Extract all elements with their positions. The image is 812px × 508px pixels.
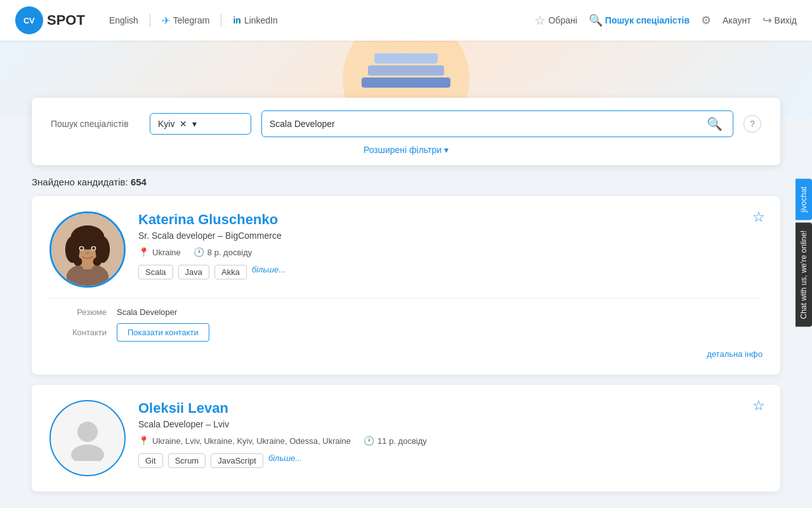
- favorite-button-2[interactable]: ☆: [752, 398, 765, 414]
- card-header-2: Oleksii Levan Scala Developer – Lviv 📍 U…: [49, 400, 763, 476]
- detail-info-link-1[interactable]: детальна інфо: [707, 349, 763, 359]
- jivochat-tab-1[interactable]: jivochat: [796, 179, 812, 220]
- search-specialists-link[interactable]: 🔍 Пошук спеціалістів: [589, 13, 690, 27]
- candidate-name-1[interactable]: Katerina Gluschenko: [138, 211, 763, 228]
- resume-value: Scala Developer: [117, 307, 177, 317]
- svg-point-17: [92, 247, 95, 250]
- nav-telegram[interactable]: ✈ Telegram: [153, 15, 219, 27]
- skill-scrum: Scrum: [168, 453, 206, 468]
- svg-point-18: [86, 252, 89, 255]
- linkedin-icon: in: [233, 15, 240, 25]
- filter-link-text: Розширені фільтри: [363, 145, 442, 155]
- card-header-1: Katerina Gluschenko Sr. Scala developer …: [49, 211, 763, 288]
- nav-linkedin[interactable]: in LinkedIn: [224, 15, 286, 25]
- location-selector[interactable]: Kyiv ✕ ▾: [150, 113, 251, 135]
- nav-divider-2: [221, 14, 221, 27]
- advanced-filters-link[interactable]: Розширені фільтри ▾: [363, 145, 449, 155]
- show-contacts-button-1[interactable]: Показати контакти: [117, 323, 209, 342]
- jivochat-widget: jivochat Chat with us, we're online!: [796, 179, 812, 329]
- filter-row: Розширені фільтри ▾: [51, 145, 761, 155]
- svg-point-9: [74, 226, 101, 243]
- candidate-title-2: Scala Developer – Lviv: [138, 419, 763, 429]
- header-right: ☆ Обрані 🔍 Пошук спеціалістів ⚙ Акаунт ↪…: [534, 13, 797, 28]
- card-info-2: Oleksii Levan Scala Developer – Lviv 📍 U…: [138, 400, 763, 468]
- clock-icon: 🕐: [193, 247, 204, 257]
- logo-icon: CV: [15, 6, 43, 34]
- location-icon: 📍: [138, 247, 149, 257]
- settings-icon: ⚙: [701, 13, 711, 27]
- search-icon: 🔍: [589, 13, 603, 27]
- star-icon: ☆: [534, 13, 546, 28]
- telegram-icon: ✈: [162, 15, 170, 27]
- avatar-2: [49, 400, 126, 476]
- more-skills-link-2[interactable]: більше...: [268, 453, 302, 468]
- location-icon-2: 📍: [138, 436, 149, 446]
- saved-link[interactable]: ☆ Обрані: [534, 13, 577, 28]
- card-footer-1: Резюме Scala Developer Контакти Показати…: [49, 298, 763, 359]
- results-section: Знайдено кандидатів: 654 ☆: [32, 177, 780, 491]
- svg-point-16: [80, 247, 83, 250]
- svg-point-19: [77, 422, 98, 442]
- clock-icon-2: 🕐: [363, 436, 374, 446]
- candidate-skills-2: Git Scrum JavaScript більше...: [138, 453, 763, 468]
- search-label: Пошук спеціалістів: [51, 119, 140, 129]
- nav-links: English ✈ Telegram in LinkedIn: [100, 14, 287, 27]
- svg-point-20: [71, 444, 104, 461]
- settings-link[interactable]: ⚙: [701, 13, 711, 27]
- clear-location-icon[interactable]: ✕: [180, 119, 187, 129]
- hero-books: [362, 53, 450, 88]
- avatar-image-1: [49, 211, 126, 288]
- candidate-experience-2: 🕐 11 р. досвіду: [363, 436, 427, 446]
- avatar-placeholder-2: [49, 400, 126, 476]
- logout-icon: ↪: [763, 13, 772, 27]
- resume-label: Резюме: [49, 307, 107, 317]
- svg-text:CV: CV: [23, 16, 35, 25]
- results-count: Знайдено кандидатів: 654: [32, 177, 780, 187]
- nav-divider-1: [150, 14, 150, 27]
- svg-point-12: [74, 257, 82, 265]
- avatar-1: [49, 211, 126, 288]
- candidate-title-1: Sr. Scala developer – BigCommerce: [138, 231, 763, 241]
- nav-english[interactable]: English: [100, 15, 147, 25]
- search-submit-button[interactable]: 🔍: [704, 116, 725, 131]
- skill-scala: Scala: [138, 265, 173, 279]
- contacts-label: Контакти: [49, 328, 107, 337]
- skill-javascript: JavaScript: [211, 453, 263, 468]
- chevron-down-icon: ▾: [444, 145, 449, 155]
- contacts-row: Контакти Показати контакти: [49, 323, 763, 342]
- logout-link[interactable]: ↪ Вихід: [763, 13, 797, 27]
- skill-git: Git: [138, 453, 163, 468]
- main-header: CV SPOT English ✈ Telegram in LinkedIn ☆…: [0, 0, 812, 41]
- svg-point-13: [93, 257, 102, 265]
- logo-text: SPOT: [47, 12, 85, 29]
- candidate-location-2: 📍 Ukraine, Lviv, Ukraine, Kyiv, Ukraine,…: [138, 436, 351, 446]
- candidate-card-2: ☆ Oleksii Levan Scala Developer – Lviv 📍…: [32, 385, 780, 491]
- skill-java: Java: [178, 265, 209, 279]
- search-section: Пошук спеціалістів Kyiv ✕ ▾ 🔍 ? Розширен…: [32, 98, 780, 165]
- help-button[interactable]: ?: [743, 115, 761, 133]
- candidate-location-1: 📍 Ukraine: [138, 247, 181, 257]
- favorite-button-1[interactable]: ☆: [752, 209, 765, 225]
- skill-akka: Akka: [214, 265, 247, 279]
- candidate-meta-2: 📍 Ukraine, Lviv, Ukraine, Kyiv, Ukraine,…: [138, 436, 763, 446]
- results-count-value: 654: [131, 177, 147, 187]
- candidate-meta-1: 📍 Ukraine 🕐 8 р. досвіду: [138, 247, 763, 257]
- more-skills-link-1[interactable]: більше...: [252, 265, 285, 279]
- results-count-label: Знайдено кандидатів:: [32, 177, 128, 187]
- logo[interactable]: CV SPOT: [15, 6, 85, 34]
- search-query-input[interactable]: [270, 119, 699, 129]
- candidate-experience-1: 🕐 8 р. досвіду: [193, 247, 252, 257]
- card-info-1: Katerina Gluschenko Sr. Scala developer …: [138, 211, 763, 279]
- resume-row: Резюме Scala Developer: [49, 307, 763, 317]
- detail-link-1: детальна інфо: [49, 348, 763, 359]
- candidate-skills-1: Scala Java Akka більше...: [138, 265, 763, 279]
- location-value: Kyiv: [158, 119, 174, 129]
- search-query-box[interactable]: 🔍: [261, 110, 733, 137]
- candidate-card-1: ☆: [32, 196, 780, 375]
- candidate-name-2[interactable]: Oleksii Levan: [138, 400, 763, 417]
- chevron-down-icon[interactable]: ▾: [192, 119, 197, 129]
- account-link[interactable]: Акаунт: [723, 15, 751, 25]
- jivochat-tab-2[interactable]: Chat with us, we're online!: [796, 222, 812, 326]
- search-row: Пошук спеціалістів Kyiv ✕ ▾ 🔍 ?: [51, 110, 761, 137]
